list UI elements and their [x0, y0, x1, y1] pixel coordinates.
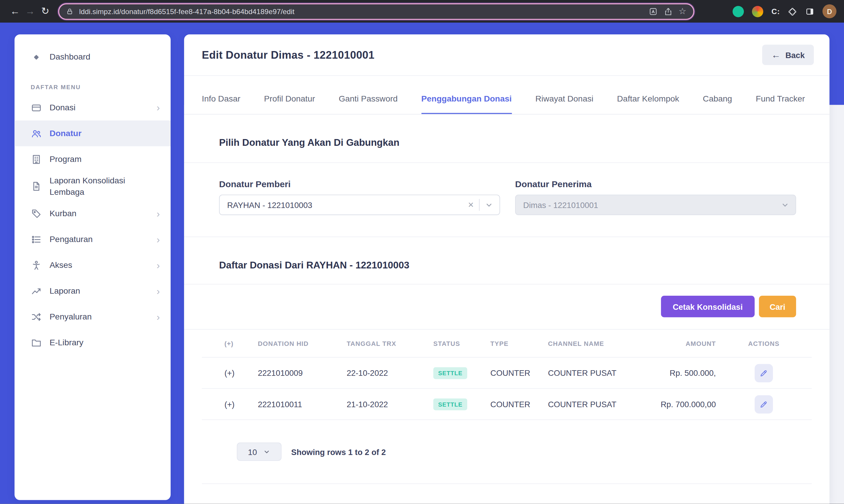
tab-ganti-password[interactable]: Ganti Password — [339, 94, 398, 114]
tab-riwayat-donasi[interactable]: Riwayat Donasi — [535, 94, 593, 114]
donations-section-title: Daftar Donasi Dari RAYHAN - 1221010003 — [219, 259, 794, 271]
channel-name-cell: COUNTER PUSAT — [548, 399, 645, 409]
column-header: ACTIONS — [716, 339, 812, 347]
extension-text-icon[interactable]: C: — [772, 7, 780, 16]
column-header: STATUS — [433, 339, 490, 347]
address-bar[interactable]: lddi.simpz.id/donatur/f8d6515f-fee8-417a… — [58, 3, 694, 20]
chevron-down-icon[interactable] — [485, 201, 493, 209]
tab-info-dasar[interactable]: Info Dasar — [202, 94, 240, 114]
sidebar-item-label: Dashboard — [50, 51, 160, 62]
edit-button[interactable] — [755, 395, 773, 413]
donation-hid-cell: 2221010009 — [258, 368, 346, 378]
column-header: TANGGAL TRX — [346, 339, 433, 347]
amount-cell: Rp. 700.000,00 — [645, 399, 716, 409]
rows-summary: Showing rows 1 to 2 of 2 — [291, 447, 386, 456]
sidebar-item-label: Program — [50, 154, 160, 165]
channel-name-cell: COUNTER PUSAT — [548, 368, 645, 378]
sidebar-item-label: E-Library — [50, 337, 160, 348]
donor-receiver-label: Donatur Penerima — [515, 179, 796, 189]
shuffle-icon — [31, 311, 42, 323]
pagination: 10 Showing rows 1 to 2 of 2 — [202, 420, 812, 480]
edit-button[interactable] — [755, 364, 773, 382]
column-header: CHANNEL NAME — [548, 339, 645, 347]
chevron-right-icon: › — [156, 103, 160, 112]
sidebar-item-label: Penyaluran — [50, 311, 149, 323]
column-header: (+) — [202, 339, 258, 347]
sidebar-item-program[interactable]: Program — [14, 146, 171, 172]
sidebar-item-kurban[interactable]: Kurban› — [14, 201, 171, 227]
chevron-down-icon — [781, 201, 789, 209]
browser-forward-button[interactable]: → — [23, 4, 38, 19]
tab-penggabungan-donasi[interactable]: Penggabungan Donasi — [421, 94, 512, 114]
tab-daftar-kelompok[interactable]: Daftar Kelompok — [617, 94, 679, 114]
browser-reload-button[interactable]: ↻ — [38, 4, 53, 19]
sidebar-item-label: Donasi — [50, 102, 149, 113]
page-size-value: 10 — [248, 447, 257, 456]
share-icon[interactable] — [664, 7, 672, 16]
diamond-icon — [31, 51, 42, 62]
browser-chrome: ← → ↻ lddi.simpz.id/donatur/f8d6515f-fee… — [0, 0, 844, 23]
tab-cabang[interactable]: Cabang — [703, 94, 732, 114]
lock-icon — [66, 8, 73, 15]
type-cell: COUNTER — [490, 399, 548, 409]
sidebar-item-e-library[interactable]: E-Library — [14, 330, 171, 356]
column-header: DONATION HID — [258, 339, 346, 347]
sidebar-item-donatur[interactable]: Donatur — [14, 121, 171, 146]
users-icon — [31, 128, 42, 139]
status-badge: SETTLE — [433, 367, 467, 379]
extension-green-icon[interactable] — [733, 5, 744, 17]
tab-bar: Info DasarProfil DonaturGanti PasswordPe… — [184, 76, 830, 114]
sidebar-item-laporan-konsolidasi-lembaga[interactable]: Laporan Konsolidasi Lembaga — [14, 172, 171, 201]
donations-section-header: Daftar Donasi Dari RAYHAN - 1221010003 — [184, 237, 830, 284]
chevron-right-icon: › — [156, 287, 160, 296]
back-button-label: Back — [785, 50, 805, 59]
extension-colorful-icon[interactable] — [752, 5, 763, 17]
browser-back-button[interactable]: ← — [7, 4, 23, 19]
page-header: Edit Donatur Dimas - 1221010001 ← Back — [184, 34, 830, 76]
sidebar-item-label: Laporan — [50, 286, 149, 297]
bookmark-star-icon[interactable]: ☆ — [679, 7, 686, 16]
cetak-konsolidasi-button[interactable]: Cetak Konsolidasi — [661, 296, 754, 317]
cari-button[interactable]: Cari — [759, 296, 796, 317]
donatur-pemberi-select[interactable]: RAYHAN - 1221010003 × — [219, 195, 500, 215]
puzzle-extensions-icon[interactable] — [788, 7, 797, 16]
profile-avatar[interactable]: D — [823, 4, 837, 18]
tab-profil-donatur[interactable]: Profil Donatur — [264, 94, 315, 114]
donation-hid-cell: 2221010011 — [258, 399, 346, 409]
page-size-select[interactable]: 10 — [237, 443, 281, 461]
sidebar-item-label: Donatur — [50, 128, 160, 139]
sidebar-section-label: DAFTAR MENU — [14, 70, 171, 94]
merge-section-header: Pilih Donatur Yang Akan Di Gabungkan — [184, 114, 830, 163]
sidebar-item-laporan[interactable]: Laporan› — [14, 278, 171, 304]
translate-icon[interactable] — [649, 7, 657, 16]
sidebar-item-dashboard[interactable]: Dashboard — [14, 44, 171, 70]
tab-fund-tracker[interactable]: Fund Tracker — [756, 94, 805, 114]
sidebar-item-akses[interactable]: Akses› — [14, 253, 171, 278]
status-cell: SETTLE — [433, 367, 490, 379]
donor-giver-label: Donatur Pemberi — [219, 179, 500, 189]
clear-icon[interactable]: × — [468, 200, 474, 210]
sidebar-item-penyaluran[interactable]: Penyaluran› — [14, 304, 171, 330]
pencil-icon — [759, 400, 768, 408]
status-badge: SETTLE — [433, 398, 467, 410]
merge-section-title: Pilih Donatur Yang Akan Di Gabungkan — [219, 137, 794, 148]
amount-cell: Rp. 500.000, — [645, 368, 716, 378]
table-body: (+)222101000922-10-2022SETTLECOUNTERCOUN… — [202, 358, 812, 420]
tag-icon — [31, 208, 42, 219]
sidebar-item-pengaturan[interactable]: Pengaturan› — [14, 227, 171, 253]
sidebar-item-label: Kurban — [50, 208, 149, 219]
sidebar-item-label: Akses — [50, 260, 149, 271]
sidebar-item-donasi[interactable]: Donasi› — [14, 95, 171, 121]
file-text-icon — [31, 181, 42, 192]
side-panel-icon[interactable] — [805, 7, 814, 16]
merge-fields: Donatur Pemberi RAYHAN - 1221010003 × Do… — [184, 163, 830, 237]
back-button[interactable]: ← Back — [762, 44, 814, 65]
folder-icon — [31, 337, 42, 348]
person-icon — [31, 260, 42, 271]
sidebar-item-label: Pengaturan — [50, 234, 149, 245]
type-cell: COUNTER — [490, 368, 548, 378]
row-expand-toggle[interactable]: (+) — [224, 368, 234, 378]
chevron-right-icon: › — [156, 235, 160, 245]
pencil-icon — [759, 368, 768, 377]
row-expand-toggle[interactable]: (+) — [224, 399, 234, 409]
